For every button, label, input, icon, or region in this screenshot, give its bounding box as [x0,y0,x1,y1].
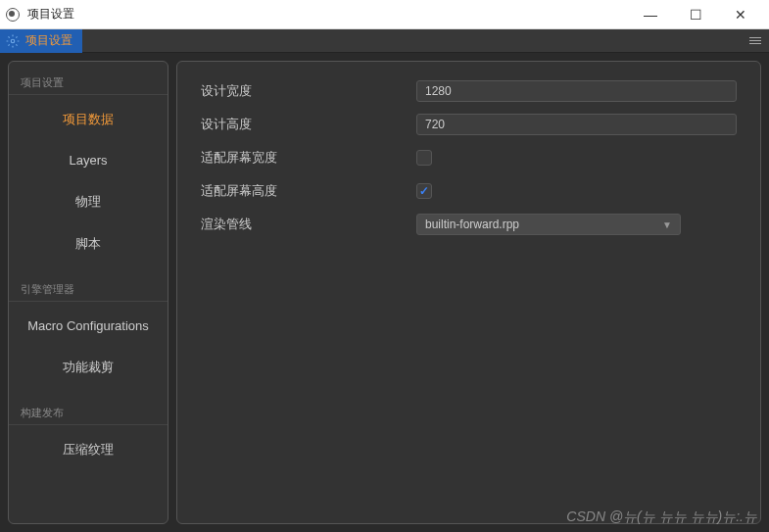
tab-project-settings[interactable]: 项目设置 [0,29,82,53]
section-header-project: 项目设置 [9,70,168,95]
input-design-width[interactable] [416,80,737,102]
label-design-width: 设计宽度 [201,82,416,100]
close-button[interactable]: ✕ [718,0,763,29]
app-icon [6,8,20,22]
row-pipeline: 渲染管线 builtin-forward.rpp ▼ [201,213,737,236]
sidebar-item-macro-config[interactable]: Macro Configurations [9,306,168,347]
row-design-width: 设计宽度 [201,79,737,103]
sidebar-item-project-data[interactable]: 项目数据 [9,99,168,140]
sidebar-item-layers[interactable]: Layers [9,140,168,181]
minimize-button[interactable]: — [628,0,673,29]
window-titlebar: 项目设置 — ☐ ✕ [0,0,769,29]
label-fit-width: 适配屏幕宽度 [201,149,416,167]
checkbox-fit-height[interactable] [416,183,432,199]
section-header-engine: 引擎管理器 [9,276,168,302]
maximize-button[interactable]: ☐ [673,0,718,29]
chevron-down-icon: ▼ [662,219,672,230]
main-panel: 设计宽度 设计高度 适配屏幕宽度 适配屏幕高度 [176,61,761,524]
svg-point-0 [11,39,15,43]
sidebar-item-compress-texture[interactable]: 压缩纹理 [9,429,168,470]
input-design-height[interactable] [416,114,737,135]
toolbar: 项目设置 [0,29,769,53]
gear-icon [6,34,20,48]
checkbox-fit-width[interactable] [416,150,432,166]
section-header-build: 构建发布 [9,400,168,425]
select-pipeline[interactable]: builtin-forward.rpp ▼ [416,214,681,235]
select-pipeline-value: builtin-forward.rpp [425,218,519,231]
row-design-height: 设计高度 [201,113,737,136]
hamburger-menu-icon[interactable] [745,29,769,53]
content-area: 项目设置 项目数据 Layers 物理 脚本 引擎管理器 Macro Confi… [0,53,769,532]
sidebar-item-script[interactable]: 脚本 [9,223,168,265]
app-body: 项目设置 项目设置 项目数据 Layers 物理 脚本 引擎管理器 Macro … [0,29,769,532]
label-pipeline: 渲染管线 [201,216,416,233]
row-fit-width: 适配屏幕宽度 [201,146,737,169]
window-title: 项目设置 [27,6,628,23]
label-design-height: 设计高度 [201,116,416,133]
label-fit-height: 适配屏幕高度 [201,182,416,200]
row-fit-height: 适配屏幕高度 [201,179,737,203]
sidebar: 项目设置 项目数据 Layers 物理 脚本 引擎管理器 Macro Confi… [8,61,168,524]
sidebar-item-feature-crop[interactable]: 功能裁剪 [9,347,168,388]
sidebar-item-physics[interactable]: 物理 [9,181,168,222]
window-controls: — ☐ ✕ [628,0,763,29]
tab-label: 项目设置 [25,32,72,49]
